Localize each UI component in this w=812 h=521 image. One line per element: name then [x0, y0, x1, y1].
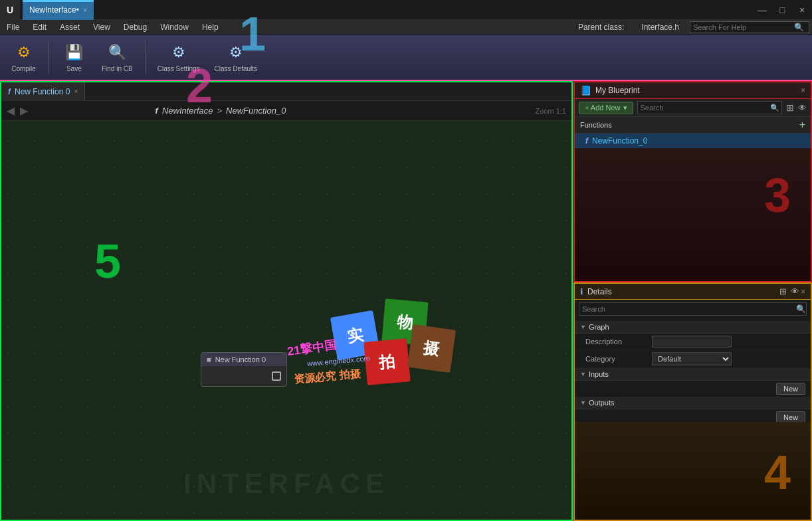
- breadcrumb-func[interactable]: NewFunction_0: [226, 106, 286, 116]
- my-blueprint-close-button[interactable]: ×: [801, 86, 805, 95]
- outputs-new-button[interactable]: New: [776, 411, 805, 422]
- details-panel: ℹ Details ⊞ 👁 × 🔍 Graph Description: [573, 282, 812, 521]
- main-tab[interactable]: NewInterface• ×: [23, 0, 94, 20]
- functions-add-button[interactable]: +: [799, 119, 805, 131]
- find-in-cb-button[interactable]: 🔍 Find in CB: [96, 37, 138, 77]
- save-icon: 💾: [64, 42, 85, 63]
- inputs-new-button[interactable]: New: [776, 383, 805, 395]
- class-settings-label: Class Settings: [157, 65, 200, 72]
- functions-header[interactable]: Functions +: [575, 117, 811, 134]
- description-row: Description: [575, 334, 811, 350]
- details-title: Details: [587, 287, 778, 296]
- window-controls: — □ ×: [752, 0, 812, 20]
- compile-icon: ⚙: [13, 42, 35, 63]
- search-icon: 🔍: [796, 304, 806, 314]
- find-icon: 🔍: [106, 42, 128, 63]
- my-blueprint-header: 📘 My Blueprint ×: [575, 82, 811, 99]
- right-panel: 📘 My Blueprint × + Add New ▾ 🔍 ⊞ 👁 Funct…: [573, 81, 812, 521]
- class-defaults-button[interactable]: ⚙ Class Defaults: [209, 37, 262, 77]
- class-settings-button[interactable]: ⚙ Class Settings: [152, 37, 205, 77]
- blueprint-search-input[interactable]: [638, 104, 768, 112]
- bp-nav-bar: ◀ ▶ f NewInterface > NewFunction_0 Zoom …: [1, 101, 571, 121]
- function-node[interactable]: ■ New Function 0: [201, 352, 287, 387]
- compile-label: Compile: [11, 65, 36, 72]
- details-search-input[interactable]: [579, 305, 796, 313]
- watermark-text2: 资源必究 拍摄: [293, 367, 361, 387]
- details-search-box[interactable]: 🔍: [579, 302, 807, 316]
- bp-forward-button[interactable]: ▶: [20, 104, 28, 117]
- view-options-button[interactable]: ⊞: [786, 102, 794, 113]
- function-item-name: NewFunction_0: [592, 136, 647, 146]
- class-defaults-label: Class Defaults: [215, 65, 257, 72]
- details-header: ℹ Details ⊞ 👁 ×: [575, 284, 811, 300]
- function-tab-icon: f: [8, 87, 11, 96]
- bp-tab-label: New Function 0: [15, 87, 70, 96]
- my-blueprint-toolbar: + Add New ▾ 🔍 ⊞ 👁: [575, 99, 811, 117]
- bp-tab-bar: f New Function 0 ×: [1, 82, 571, 101]
- add-new-button[interactable]: + Add New ▾: [579, 102, 633, 114]
- add-new-arrow-icon: ▾: [623, 104, 627, 112]
- save-label: Save: [66, 65, 82, 72]
- description-value[interactable]: [652, 336, 800, 348]
- tab-label: NewInterface•: [29, 5, 79, 15]
- function-node-body: [201, 366, 286, 386]
- details-close-button[interactable]: ×: [801, 287, 805, 296]
- minimize-button[interactable]: —: [752, 0, 772, 20]
- functions-list: f NewFunction_0: [575, 134, 811, 148]
- details-grid-button[interactable]: ⊞: [778, 286, 788, 296]
- menu-edit[interactable]: Edit: [26, 20, 53, 35]
- toolbar: ⚙ Compile 💾 Save 🔍 Find in CB ⚙ Class Se…: [0, 35, 812, 81]
- function-node-icon: ■: [207, 356, 211, 364]
- class-settings-icon: ⚙: [168, 42, 189, 63]
- description-label: Description: [585, 338, 652, 346]
- help-search-input[interactable]: [690, 23, 787, 31]
- breadcrumb-class[interactable]: NewInterface: [162, 106, 213, 116]
- function-node-label: New Function 0: [215, 356, 266, 364]
- tab-area: NewInterface• ×: [23, 0, 94, 20]
- blueprint-search-box[interactable]: 🔍: [637, 101, 782, 114]
- bp-tab-close-button[interactable]: ×: [74, 88, 78, 95]
- watermark-url: www.enginedx.com: [307, 354, 370, 367]
- bp-tab[interactable]: f New Function 0 ×: [1, 82, 85, 101]
- ue-logo-icon: U: [0, 0, 20, 20]
- category-select[interactable]: Default: [652, 352, 732, 365]
- eye-button[interactable]: 👁: [798, 103, 807, 113]
- menu-view[interactable]: View: [86, 20, 117, 35]
- details-eye-button[interactable]: 👁: [789, 286, 801, 296]
- menu-help[interactable]: Help: [195, 20, 225, 35]
- graph-section-header[interactable]: Graph: [575, 321, 811, 334]
- find-in-cb-label: Find in CB: [102, 65, 133, 72]
- step-4-label: 4: [764, 445, 791, 500]
- menu-debug[interactable]: Debug: [117, 20, 153, 35]
- inputs-new-btn-row: New: [575, 381, 811, 397]
- save-button[interactable]: 💾 Save: [56, 37, 92, 77]
- menu-window[interactable]: Window: [153, 20, 195, 35]
- blueprint-canvas[interactable]: INTERFACE 5 实 物 拍 摄 21撃中国 www.enginedx.c…: [1, 121, 571, 520]
- breadcrumb: f NewInterface > NewFunction_0: [155, 106, 286, 116]
- menu-asset[interactable]: Asset: [53, 20, 86, 35]
- details-empty-area: 4: [575, 422, 811, 520]
- outputs-section-header[interactable]: Outputs: [575, 397, 811, 409]
- my-blueprint-title: My Blueprint: [595, 86, 801, 95]
- parent-class-value: Interface.h: [635, 20, 686, 35]
- tab-close-button[interactable]: ×: [83, 6, 87, 14]
- parent-class-label: Parent class:: [571, 20, 631, 35]
- help-search-box[interactable]: 🔍: [690, 21, 809, 33]
- outputs-new-btn-row: New: [575, 409, 811, 422]
- category-value[interactable]: Default: [652, 352, 800, 365]
- description-input[interactable]: [652, 336, 732, 348]
- compile-button[interactable]: ⚙ Compile: [5, 37, 42, 77]
- parent-class-area: Parent class: Interface.h 🔍: [571, 20, 812, 35]
- category-label: Category: [585, 355, 652, 363]
- step-5-label: 5: [94, 234, 121, 288]
- bp-back-button[interactable]: ◀: [7, 104, 15, 117]
- menu-file[interactable]: File: [0, 20, 26, 35]
- maximize-button[interactable]: □: [772, 0, 792, 20]
- functions-section: Functions + f NewFunction_0: [575, 117, 811, 148]
- close-button[interactable]: ×: [792, 0, 812, 20]
- search-icon: 🔍: [787, 20, 811, 35]
- graph-section-label: Graph: [589, 323, 609, 331]
- node-output-pin[interactable]: [272, 371, 281, 381]
- inputs-section-header[interactable]: Inputs: [575, 368, 811, 381]
- function-item[interactable]: f NewFunction_0: [575, 134, 811, 148]
